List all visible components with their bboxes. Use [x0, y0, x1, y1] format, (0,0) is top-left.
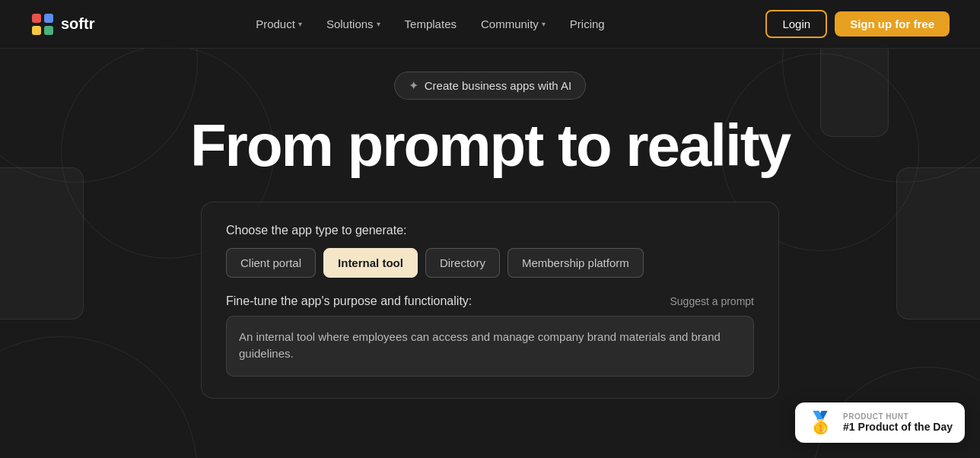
nav-item-product[interactable]: Product ▾	[245, 13, 313, 35]
signup-button[interactable]: Sign up for free	[835, 11, 950, 37]
chevron-down-icon: ▾	[298, 20, 302, 28]
svg-rect-2	[32, 26, 41, 35]
app-type-internal-tool[interactable]: Internal tool	[323, 248, 418, 278]
app-purpose-input[interactable]	[226, 316, 754, 377]
chevron-down-icon: ▾	[377, 20, 380, 28]
nav-actions: Login Sign up for free	[765, 10, 950, 38]
nav-item-solutions[interactable]: Solutions ▾	[316, 13, 391, 35]
app-type-directory[interactable]: Directory	[425, 248, 500, 278]
svg-rect-3	[44, 26, 53, 35]
app-type-label: Choose the app type to generate:	[226, 224, 754, 237]
ph-label: PRODUCT HUNT	[843, 412, 953, 421]
svg-rect-1	[44, 14, 53, 23]
main-content: ✦ Create business apps with AI From prom…	[0, 49, 980, 399]
app-generator-card: Choose the app type to generate: Client …	[201, 202, 779, 399]
logo[interactable]: softr	[30, 12, 94, 37]
chevron-down-icon: ▾	[542, 20, 546, 28]
ai-badge-text: Create business apps with AI	[425, 79, 571, 92]
navbar: softr Product ▾ Solutions ▾ Templates Co…	[0, 0, 980, 49]
app-type-membership-platform[interactable]: Membership platform	[508, 248, 644, 278]
app-purpose-label: Fine-tune the app's purpose and function…	[226, 294, 472, 308]
suggest-prompt-link[interactable]: Suggest a prompt	[670, 295, 754, 307]
svg-rect-0	[32, 14, 41, 23]
product-hunt-badge[interactable]: 🥇 PRODUCT HUNT #1 Product of the Day	[795, 402, 965, 443]
ph-text: PRODUCT HUNT #1 Product of the Day	[843, 412, 953, 433]
app-purpose-row: Fine-tune the app's purpose and function…	[226, 294, 754, 308]
app-type-client-portal[interactable]: Client portal	[226, 248, 316, 278]
login-button[interactable]: Login	[765, 10, 827, 38]
nav-item-templates[interactable]: Templates	[394, 13, 467, 35]
brand-name: softr	[61, 15, 94, 33]
nav-links: Product ▾ Solutions ▾ Templates Communit…	[245, 13, 616, 35]
ai-badge[interactable]: ✦ Create business apps with AI	[394, 72, 586, 100]
ph-medal-icon: 🥇	[807, 410, 834, 435]
logo-icon	[30, 12, 55, 37]
nav-item-community[interactable]: Community ▾	[470, 13, 556, 35]
sparkle-icon: ✦	[409, 78, 418, 93]
hero-heading: From prompt to reality	[190, 115, 790, 177]
app-type-buttons: Client portal Internal tool Directory Me…	[226, 248, 754, 278]
nav-item-pricing[interactable]: Pricing	[559, 13, 616, 35]
ph-title: #1 Product of the Day	[843, 421, 953, 433]
